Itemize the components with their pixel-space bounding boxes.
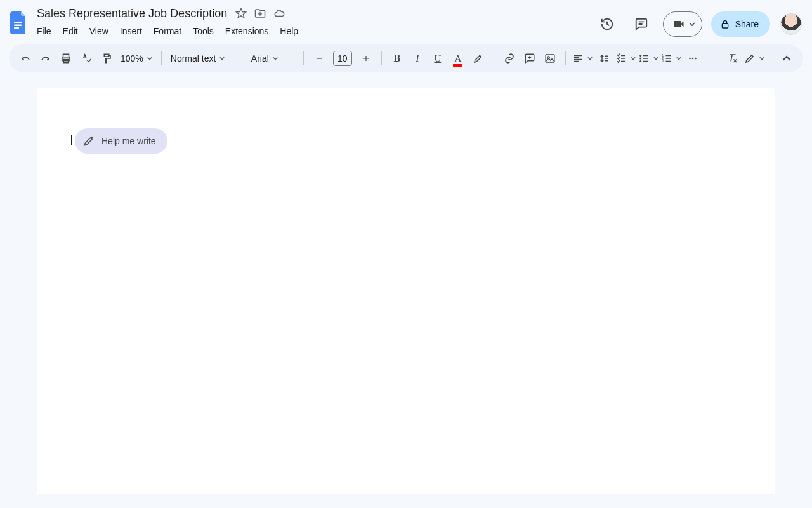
share-button[interactable]: Share bbox=[711, 11, 770, 37]
svg-rect-1 bbox=[14, 25, 22, 26]
svg-point-8 bbox=[639, 55, 641, 57]
svg-rect-2 bbox=[14, 27, 19, 29]
menu-file[interactable]: File bbox=[36, 23, 56, 39]
editing-mode-dropdown[interactable] bbox=[743, 49, 766, 68]
canvas-area: Help me write bbox=[0, 72, 812, 494]
paragraph-style-value: Normal text bbox=[171, 53, 216, 64]
video-icon bbox=[672, 18, 685, 30]
last-edit-icon[interactable] bbox=[594, 11, 620, 37]
svg-point-9 bbox=[639, 58, 641, 60]
share-label: Share bbox=[735, 19, 759, 29]
separator bbox=[303, 51, 304, 65]
caret-down-icon bbox=[689, 21, 695, 27]
menu-tools[interactable]: Tools bbox=[188, 23, 219, 39]
svg-rect-6 bbox=[546, 55, 554, 62]
collapse-toolbar-button[interactable] bbox=[777, 49, 796, 68]
title-row: Sales Representative Job Description bbox=[36, 5, 589, 22]
line-spacing-button[interactable] bbox=[594, 49, 613, 68]
paint-format-button[interactable] bbox=[97, 49, 116, 68]
redo-button[interactable] bbox=[36, 49, 55, 68]
caret-down-icon bbox=[759, 56, 764, 61]
text-color-button[interactable]: A bbox=[449, 49, 468, 68]
document-title[interactable]: Sales Representative Job Description bbox=[36, 7, 228, 20]
bulleted-list-dropdown[interactable] bbox=[637, 49, 660, 68]
menu-insert[interactable]: Insert bbox=[115, 23, 147, 39]
toolbar: 100% Normal text Arial 10 B I U A bbox=[9, 44, 803, 72]
align-dropdown[interactable] bbox=[571, 49, 594, 68]
separator bbox=[242, 51, 242, 65]
separator bbox=[565, 51, 566, 65]
document-page[interactable]: Help me write bbox=[37, 88, 775, 494]
separator bbox=[494, 51, 494, 65]
menu-edit[interactable]: Edit bbox=[58, 23, 83, 39]
menu-view[interactable]: View bbox=[84, 23, 114, 39]
separator bbox=[161, 51, 162, 65]
separator bbox=[381, 51, 382, 65]
insert-link-button[interactable] bbox=[500, 49, 519, 68]
comments-icon[interactable] bbox=[629, 11, 654, 37]
increase-font-size-button[interactable] bbox=[357, 49, 376, 68]
checklist-dropdown[interactable] bbox=[614, 49, 637, 68]
help-me-write-label: Help me write bbox=[102, 136, 156, 146]
move-icon[interactable] bbox=[254, 7, 266, 20]
svg-text:3: 3 bbox=[662, 60, 664, 63]
svg-rect-0 bbox=[14, 22, 22, 23]
svg-point-18 bbox=[691, 58, 693, 60]
title-bar: Sales Representative Job Description Fil… bbox=[0, 0, 812, 41]
meet-button[interactable] bbox=[663, 11, 702, 37]
add-comment-button[interactable] bbox=[520, 49, 539, 68]
spellcheck-button[interactable] bbox=[77, 49, 96, 68]
menu-format[interactable]: Format bbox=[148, 23, 187, 39]
docs-logo[interactable] bbox=[8, 8, 30, 38]
lock-icon bbox=[720, 19, 730, 29]
header-right: Share bbox=[594, 11, 804, 37]
font-size-group: 10 bbox=[309, 49, 376, 68]
menu-help[interactable]: Help bbox=[275, 23, 303, 39]
underline-button[interactable]: U bbox=[428, 49, 447, 68]
cloud-status-icon[interactable] bbox=[273, 7, 285, 20]
highlight-color-button[interactable] bbox=[469, 49, 488, 68]
font-value: Arial bbox=[251, 53, 269, 64]
svg-rect-13 bbox=[643, 61, 648, 62]
caret-down-icon bbox=[676, 56, 681, 61]
zoom-value: 100% bbox=[121, 53, 143, 64]
italic-button[interactable]: I bbox=[408, 49, 427, 68]
undo-button[interactable] bbox=[16, 49, 35, 68]
caret-down-icon bbox=[219, 56, 225, 61]
paragraph-style-dropdown[interactable]: Normal text bbox=[167, 49, 237, 68]
toolbar-right bbox=[723, 49, 797, 68]
insert-image-button[interactable] bbox=[540, 49, 560, 68]
avatar[interactable] bbox=[780, 13, 802, 35]
svg-point-10 bbox=[639, 60, 641, 62]
separator bbox=[771, 51, 771, 65]
svg-rect-11 bbox=[643, 55, 648, 57]
text-cursor bbox=[71, 135, 72, 145]
caret-down-icon bbox=[631, 56, 636, 61]
more-button[interactable] bbox=[683, 49, 702, 68]
clear-formatting-button[interactable] bbox=[723, 49, 742, 68]
font-size-input[interactable]: 10 bbox=[333, 51, 352, 66]
print-button[interactable] bbox=[56, 49, 75, 68]
svg-point-17 bbox=[689, 58, 691, 60]
menu-extensions[interactable]: Extensions bbox=[220, 23, 273, 39]
menu-bar: File Edit View Insert Format Tools Exten… bbox=[36, 22, 589, 41]
pencil-sparkle-icon bbox=[82, 135, 95, 147]
numbered-list-dropdown[interactable]: 123 bbox=[660, 49, 683, 68]
help-me-write-chip[interactable]: Help me write bbox=[75, 128, 167, 154]
svg-rect-3 bbox=[722, 23, 728, 28]
caret-down-icon bbox=[147, 56, 152, 61]
title-column: Sales Representative Job Description Fil… bbox=[36, 5, 589, 41]
bold-button[interactable]: B bbox=[388, 49, 407, 68]
svg-point-19 bbox=[695, 58, 697, 60]
star-icon[interactable] bbox=[235, 7, 247, 20]
decrease-font-size-button[interactable] bbox=[310, 49, 329, 68]
caret-down-icon bbox=[273, 56, 278, 61]
zoom-dropdown[interactable]: 100% bbox=[117, 49, 156, 68]
svg-rect-12 bbox=[643, 58, 648, 59]
caret-down-icon bbox=[653, 56, 658, 61]
font-dropdown[interactable]: Arial bbox=[247, 49, 298, 68]
caret-down-icon bbox=[587, 56, 593, 61]
